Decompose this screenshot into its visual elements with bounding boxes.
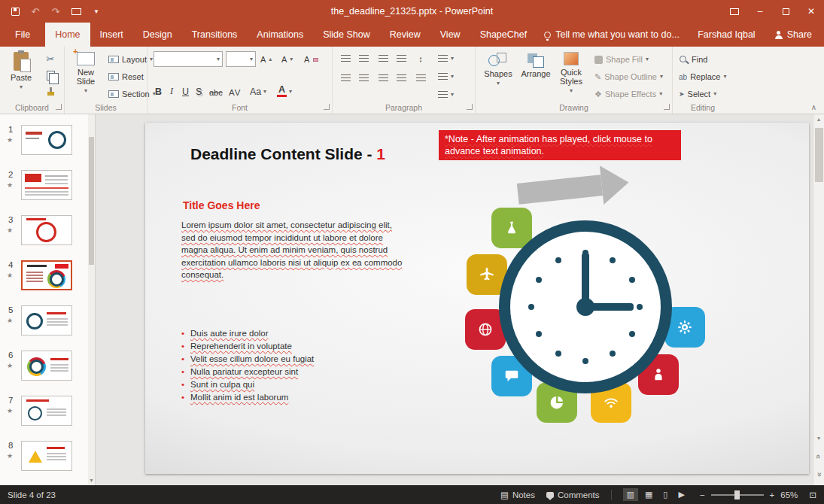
- animation-star-icon[interactable]: ★: [7, 317, 13, 324]
- line-spacing-button[interactable]: ↕: [412, 51, 429, 66]
- previous-slide-button[interactable]: «: [813, 452, 824, 461]
- animation-star-icon[interactable]: ★: [7, 452, 13, 460]
- paragraph-dialog-launcher-icon[interactable]: [467, 104, 473, 110]
- slide-editing-surface[interactable]: *Note - After animation has played, clic…: [145, 123, 809, 474]
- font-dialog-launcher-icon[interactable]: [324, 104, 330, 110]
- note-text-box[interactable]: *Note - After animation has played, clic…: [439, 130, 681, 160]
- tell-me-box[interactable]: Tell me what you want to do...: [544, 23, 680, 47]
- align-center-button[interactable]: [355, 71, 372, 86]
- tab-design[interactable]: Design: [133, 23, 182, 47]
- increase-indent-button[interactable]: [393, 51, 409, 66]
- change-case-button[interactable]: Aa: [248, 81, 263, 97]
- new-slide-button[interactable]: New Slide ▾: [68, 49, 104, 94]
- thumbnail-card[interactable]: [21, 305, 72, 335]
- thumbnail-card[interactable]: [21, 125, 72, 155]
- clear-formatting-button[interactable]: A: [304, 52, 318, 67]
- fit-to-window-button[interactable]: ⊡: [809, 490, 816, 500]
- slide-thumbnail-1[interactable]: 1 ★: [0, 123, 95, 167]
- reset-button[interactable]: Reset: [108, 69, 144, 84]
- slide-thumbnail-6[interactable]: 6 ★: [0, 349, 95, 393]
- font-name-combobox[interactable]: ▾: [154, 51, 223, 67]
- find-button[interactable]: Find: [679, 52, 707, 67]
- thumbnail-scrollbar-thumb[interactable]: [89, 137, 94, 265]
- animation-star-icon[interactable]: ★: [7, 362, 13, 369]
- copy-button[interactable]: [42, 68, 59, 83]
- thumbnail-card[interactable]: [21, 351, 72, 381]
- reading-view-button[interactable]: ▯: [659, 488, 671, 501]
- scroll-up-icon[interactable]: ▴: [813, 116, 824, 123]
- slideshow-view-button[interactable]: ▶: [674, 488, 688, 501]
- normal-view-button[interactable]: ▥: [623, 488, 638, 501]
- align-left-button[interactable]: [337, 71, 354, 86]
- thumbnail-card[interactable]: [21, 215, 72, 245]
- slide-thumbnail-3[interactable]: 3 ★: [0, 214, 95, 257]
- bold-button[interactable]: B: [154, 81, 163, 97]
- animation-star-icon[interactable]: ★: [7, 226, 13, 234]
- zoom-percentage[interactable]: 65%: [780, 490, 798, 499]
- format-painter-button[interactable]: [42, 84, 59, 99]
- slide-thumbnail-8[interactable]: 8 ★: [0, 439, 95, 483]
- numbering-button[interactable]: [355, 51, 372, 66]
- shrink-font-button[interactable]: A▾: [281, 52, 293, 67]
- slide-subtitle[interactable]: Title Goes Here: [183, 199, 260, 211]
- thumbnail-card[interactable]: [21, 260, 72, 290]
- tab-animations[interactable]: Animations: [247, 23, 313, 47]
- slide-body-text[interactable]: Lorem ipsum dolor sit amet, consectetur …: [181, 219, 407, 281]
- animation-star-icon[interactable]: ★: [7, 272, 13, 279]
- slide-bullet-list[interactable]: •Duis aute irure dolor •Reprehenderit in…: [181, 327, 415, 404]
- paste-button[interactable]: Paste ▾: [3, 49, 39, 90]
- convert-smartart-button[interactable]: ▾: [438, 87, 454, 102]
- vertical-scrollbar[interactable]: ▴ ▾ « «: [813, 114, 824, 485]
- animation-star-icon[interactable]: ★: [7, 407, 13, 414]
- tab-review[interactable]: Review: [380, 23, 430, 47]
- customize-qat-icon[interactable]: ▾: [87, 2, 105, 20]
- slide-thumbnail-7[interactable]: 7 ★: [0, 394, 95, 438]
- thumbnail-card[interactable]: [21, 441, 72, 471]
- tab-shapechef[interactable]: ShapeChef: [470, 23, 537, 47]
- redo-icon[interactable]: ↷: [47, 2, 65, 20]
- scroll-down-icon[interactable]: ▾: [88, 477, 95, 484]
- decrease-indent-button[interactable]: [375, 51, 391, 66]
- character-spacing-button[interactable]: AV: [227, 81, 243, 97]
- bullets-button[interactable]: [337, 51, 354, 66]
- slide-thumbnail-2[interactable]: 2 ★: [0, 169, 95, 212]
- undo-icon[interactable]: ↶: [26, 2, 44, 20]
- clipboard-dialog-launcher-icon[interactable]: [56, 104, 62, 110]
- minimize-icon[interactable]: –: [747, 0, 773, 23]
- select-button[interactable]: ➤ Select ▾: [679, 87, 716, 102]
- zoom-out-button[interactable]: −: [700, 490, 705, 499]
- animation-star-icon[interactable]: ★: [7, 136, 13, 144]
- strikethrough-button[interactable]: abc: [208, 81, 224, 97]
- font-size-combobox[interactable]: ▾: [226, 51, 256, 67]
- cut-button[interactable]: ✂: [42, 51, 59, 66]
- comments-button[interactable]: Comments: [546, 490, 600, 499]
- thumbnail-scrollbar[interactable]: ▾: [88, 114, 95, 485]
- share-button[interactable]: Share: [766, 23, 824, 47]
- align-text-button[interactable]: ▾: [438, 69, 454, 84]
- tab-home[interactable]: Home: [45, 23, 90, 47]
- animation-star-icon[interactable]: ★: [7, 181, 13, 189]
- thumbnail-card[interactable]: [21, 396, 72, 426]
- shape-effects-button[interactable]: ❖ Shape Effects ▾: [594, 87, 662, 102]
- zoom-slider-thumb[interactable]: [734, 490, 740, 499]
- columns-button[interactable]: [412, 71, 429, 86]
- slide-title[interactable]: Deadline Content Slide - 1: [190, 145, 385, 163]
- tab-file[interactable]: File: [0, 23, 45, 47]
- drawing-dialog-launcher-icon[interactable]: [664, 104, 670, 110]
- account-name[interactable]: Farshad Iqbal: [698, 23, 765, 47]
- slide-thumbnail-5[interactable]: 5 ★: [0, 304, 95, 348]
- shape-fill-button[interactable]: Shape Fill ▾: [594, 52, 649, 67]
- font-color-button[interactable]: A: [277, 81, 287, 97]
- tab-transitions[interactable]: Transitions: [182, 23, 248, 47]
- restore-icon[interactable]: [773, 0, 798, 23]
- zoom-in-button[interactable]: +: [770, 490, 775, 499]
- underline-button[interactable]: U: [181, 81, 190, 97]
- slide-thumbnail-4[interactable]: 4 ★: [0, 259, 95, 302]
- slide-sorter-view-button[interactable]: ▦: [641, 488, 656, 501]
- next-slide-button[interactable]: «: [813, 470, 824, 479]
- clock-infographic[interactable]: [435, 168, 766, 446]
- tab-insert[interactable]: Insert: [90, 23, 133, 47]
- notes-button[interactable]: ▤ Notes: [500, 490, 535, 500]
- arrange-button[interactable]: Arrange: [518, 49, 554, 78]
- thumbnail-card[interactable]: [21, 170, 72, 200]
